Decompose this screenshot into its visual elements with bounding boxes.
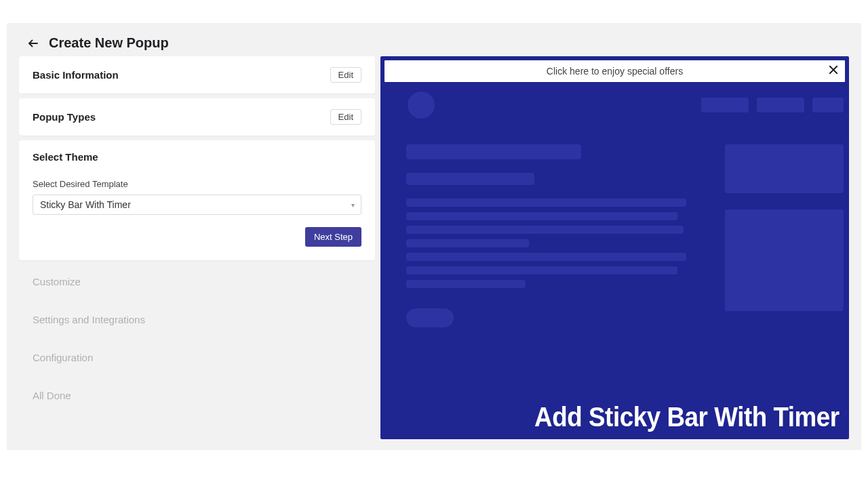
- sticky-bar-text: Click here to enjoy special offers: [547, 66, 683, 77]
- preview-nav-placeholder: [408, 92, 844, 119]
- text-line-placeholder: [406, 253, 686, 261]
- close-icon[interactable]: [827, 64, 840, 79]
- text-line-placeholder: [406, 212, 677, 220]
- step-select-theme: Select Theme Select Desired Template Sti…: [19, 140, 375, 260]
- nav-btn-placeholder: [701, 98, 749, 113]
- app-header: Create New Popup: [7, 23, 861, 56]
- step-title: Basic Information: [33, 69, 119, 81]
- sidebar-block-placeholder: [725, 144, 844, 193]
- button-placeholder: [406, 308, 454, 327]
- step-popup-types: Popup Types Edit: [19, 98, 375, 136]
- step-all-done: All Done: [19, 379, 375, 412]
- preview-main-placeholder: [406, 144, 698, 327]
- text-line-placeholder: [406, 280, 526, 288]
- paragraph-placeholder: [406, 199, 698, 288]
- step-title: Select Theme: [33, 151, 361, 163]
- next-step-button[interactable]: Next Step: [305, 227, 361, 247]
- step-title: Popup Types: [33, 111, 96, 123]
- template-field-label: Select Desired Template: [33, 179, 361, 189]
- popup-preview: Click here to enjoy special offers: [380, 56, 849, 439]
- step-basic-information: Basic Information Edit: [19, 56, 375, 94]
- text-line-placeholder: [406, 226, 684, 234]
- preview-body-placeholder: [406, 144, 844, 327]
- text-line-placeholder: [406, 239, 529, 247]
- text-line-placeholder: [406, 199, 686, 207]
- title-placeholder: [406, 144, 581, 159]
- nav-btn-placeholder: [812, 98, 844, 113]
- subtitle-placeholder: [406, 173, 534, 185]
- template-select[interactable]: Sticky Bar With Timer: [33, 195, 361, 215]
- nav-buttons-placeholder: [701, 98, 844, 113]
- preview-caption: Add Sticky Bar With Timer: [534, 402, 840, 432]
- step-customize: Customize: [19, 265, 375, 298]
- wizard-steps: Basic Information Edit Popup Types Edit …: [19, 56, 375, 445]
- step-configuration: Configuration: [19, 341, 375, 374]
- preview-sidebar-placeholder: [725, 144, 844, 327]
- text-line-placeholder: [406, 266, 677, 274]
- app-window: Create New Popup Basic Information Edit …: [7, 23, 861, 450]
- sidebar-block-placeholder: [725, 209, 844, 311]
- edit-button[interactable]: Edit: [330, 67, 361, 83]
- preview-column: Click here to enjoy special offers: [380, 56, 849, 445]
- step-settings-integrations: Settings and Integrations: [19, 303, 375, 336]
- template-select-wrap: Sticky Bar With Timer ▾: [33, 195, 361, 215]
- app-body: Basic Information Edit Popup Types Edit …: [7, 56, 861, 445]
- nav-btn-placeholder: [757, 98, 804, 113]
- back-arrow-icon[interactable]: [27, 37, 39, 49]
- page-title: Create New Popup: [49, 35, 169, 51]
- avatar-placeholder: [408, 92, 435, 119]
- sticky-bar[interactable]: Click here to enjoy special offers: [384, 60, 845, 82]
- edit-button[interactable]: Edit: [330, 109, 361, 125]
